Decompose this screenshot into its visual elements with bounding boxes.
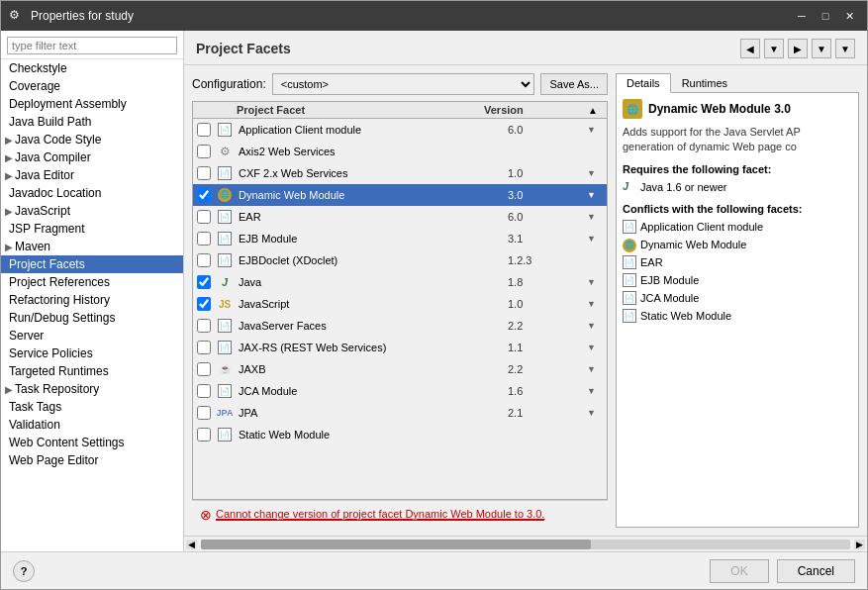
sidebar-item-checkstyle[interactable]: Checkstyle: [1, 59, 183, 77]
sidebar-item-validation[interactable]: Validation: [1, 416, 183, 434]
facet-name: JavaServer Faces: [237, 320, 508, 332]
facet-checkbox-8[interactable]: [197, 297, 211, 311]
nav-menu-button[interactable]: ▼: [835, 39, 855, 58]
sidebar-item-label: Task Tags: [9, 400, 61, 414]
facet-row[interactable]: 📄EAR6.0▼: [193, 206, 607, 228]
nav-dropdown-button[interactable]: ▼: [764, 39, 784, 58]
details-conflicts-list: 📄Application Client module🌐Dynamic Web M…: [623, 219, 852, 324]
facet-checkbox-3[interactable]: [197, 188, 211, 202]
sidebar-item-java-editor[interactable]: ▶Java Editor: [1, 166, 183, 184]
facet-version-dropdown-7[interactable]: ▼: [587, 277, 603, 287]
sidebar-item-task-tags[interactable]: Task Tags: [1, 398, 183, 416]
facet-checkbox-9[interactable]: [197, 319, 211, 333]
sidebar-item-maven[interactable]: ▶Maven: [1, 238, 183, 255]
facet-checkbox-0[interactable]: [197, 123, 211, 137]
facet-checkbox-11[interactable]: [197, 362, 211, 376]
sidebar-item-jsp-fragment[interactable]: JSP Fragment: [1, 220, 183, 238]
facet-checkbox-4[interactable]: [197, 210, 211, 224]
facet-row[interactable]: 📄Application Client module6.0▼: [193, 119, 607, 141]
facet-checkbox-14[interactable]: [197, 428, 211, 442]
sidebar-item-service-policies[interactable]: Service Policies: [1, 344, 183, 362]
conflict-item: 🌐Dynamic Web Module: [623, 237, 852, 252]
facet-version-dropdown-4[interactable]: ▼: [587, 212, 603, 222]
facet-version-dropdown-3[interactable]: ▼: [587, 190, 603, 200]
facet-row[interactable]: 📄JCA Module1.6▼: [193, 380, 607, 402]
nav-back-button[interactable]: ◀: [740, 39, 760, 58]
facet-row[interactable]: 📄JAX-RS (REST Web Services)1.1▼: [193, 337, 607, 358]
facet-checkbox-10[interactable]: [197, 341, 211, 354]
sidebar-item-deployment-assembly[interactable]: Deployment Assembly: [1, 95, 183, 113]
save-as-button[interactable]: Save As...: [540, 73, 608, 95]
facet-row[interactable]: 📄EJB Module3.1▼: [193, 228, 607, 249]
horizontal-scroll-thumb[interactable]: [201, 540, 591, 549]
facet-version-dropdown-13[interactable]: ▼: [587, 408, 603, 418]
sidebar-item-project-facets[interactable]: Project Facets: [1, 255, 183, 273]
horizontal-scrollbar[interactable]: ◀ ▶: [184, 536, 867, 551]
conflict-item: 📄Application Client module: [623, 219, 852, 235]
sidebar: CheckstyleCoverageDeployment AssemblyJav…: [1, 31, 184, 551]
facet-icon-j: J: [217, 274, 233, 290]
facet-version-dropdown-2[interactable]: ▼: [587, 168, 603, 178]
tab-runtimes[interactable]: Runtimes: [671, 73, 738, 93]
facet-name: Java: [237, 276, 508, 288]
ok-button[interactable]: OK: [710, 559, 768, 583]
sidebar-item-java-build-path[interactable]: Java Build Path: [1, 113, 183, 131]
facet-version-dropdown-10[interactable]: ▼: [587, 343, 603, 352]
facet-row[interactable]: ☕JAXB2.2▼: [193, 358, 607, 380]
facet-row[interactable]: JSJavaScript1.0▼: [193, 293, 607, 315]
facet-row[interactable]: JJava1.8▼: [193, 271, 607, 293]
sidebar-item-label: Checkstyle: [9, 61, 67, 75]
cancel-button[interactable]: Cancel: [777, 559, 855, 583]
sidebar-item-javascript[interactable]: ▶JavaScript: [1, 202, 183, 220]
sidebar-item-run-debug-settings[interactable]: Run/Debug Settings: [1, 309, 183, 327]
sidebar-item-java-code-style[interactable]: ▶Java Code Style: [1, 131, 183, 148]
nav-forward-dropdown-button[interactable]: ▼: [812, 39, 831, 58]
facet-checkbox-2[interactable]: [197, 166, 211, 180]
nav-forward-button[interactable]: ▶: [788, 39, 808, 58]
help-button[interactable]: ?: [13, 560, 35, 582]
facet-row[interactable]: 📄Static Web Module: [193, 424, 607, 445]
sidebar-item-refactoring-history[interactable]: Refactoring History: [1, 291, 183, 309]
facet-row[interactable]: 📄EJBDoclet (XDoclet)1.2.3: [193, 249, 607, 271]
facet-version-dropdown-5[interactable]: ▼: [587, 234, 603, 244]
facet-row[interactable]: 🌐Dynamic Web Module3.0▼: [193, 184, 607, 206]
sidebar-item-server[interactable]: Server: [1, 327, 183, 344]
sidebar-item-label: Coverage: [9, 79, 60, 93]
sidebar-item-javadoc-location[interactable]: Javadoc Location: [1, 184, 183, 202]
maximize-button[interactable]: □: [816, 8, 835, 24]
horizontal-scroll-track[interactable]: [201, 540, 850, 549]
facet-row[interactable]: 📄JavaServer Faces2.2▼: [193, 315, 607, 337]
configuration-select[interactable]: <custom>: [272, 73, 535, 95]
sidebar-item-task-repository[interactable]: ▶Task Repository: [1, 380, 183, 398]
facet-checkbox-7[interactable]: [197, 275, 211, 289]
sidebar-item-web-content-settings[interactable]: Web Content Settings: [1, 434, 183, 451]
facet-name: JPA: [237, 407, 508, 419]
conflict-icon: 🌐: [623, 238, 636, 251]
sidebar-search-input[interactable]: [7, 37, 177, 54]
sidebar-item-web-page-editor[interactable]: Web Page Editor: [1, 451, 183, 469]
facet-version-dropdown-9[interactable]: ▼: [587, 321, 603, 331]
sidebar-item-targeted-runtimes[interactable]: Targeted Runtimes: [1, 362, 183, 380]
facet-version-dropdown-8[interactable]: ▼: [587, 299, 603, 309]
sidebar-item-java-compiler[interactable]: ▶Java Compiler: [1, 148, 183, 166]
facet-row[interactable]: ⚙Axis2 Web Services: [193, 141, 607, 162]
tab-details[interactable]: Details: [616, 73, 671, 93]
facet-checkbox-12[interactable]: [197, 384, 211, 398]
sidebar-item-coverage[interactable]: Coverage: [1, 77, 183, 95]
sidebar-item-project-references[interactable]: Project References: [1, 273, 183, 291]
close-button[interactable]: ✕: [839, 8, 859, 24]
facet-scroll-up-button[interactable]: ▲: [583, 104, 603, 116]
scroll-left-button[interactable]: ◀: [186, 540, 197, 549]
facet-version-dropdown-0[interactable]: ▼: [587, 125, 603, 135]
scroll-right-button[interactable]: ▶: [854, 540, 865, 549]
facet-checkbox-1[interactable]: [197, 145, 211, 158]
facet-row[interactable]: JPAJPA2.1▼: [193, 402, 607, 424]
facet-version-dropdown-11[interactable]: ▼: [587, 364, 603, 374]
facet-checkbox-13[interactable]: [197, 406, 211, 420]
facet-checkbox-5[interactable]: [197, 232, 211, 246]
facet-version-dropdown-12[interactable]: ▼: [587, 386, 603, 396]
facet-col-name-header: Project Facet: [237, 104, 484, 116]
minimize-button[interactable]: ─: [792, 8, 812, 24]
facet-row[interactable]: 📄CXF 2.x Web Services1.0▼: [193, 162, 607, 184]
facet-checkbox-6[interactable]: [197, 253, 211, 267]
